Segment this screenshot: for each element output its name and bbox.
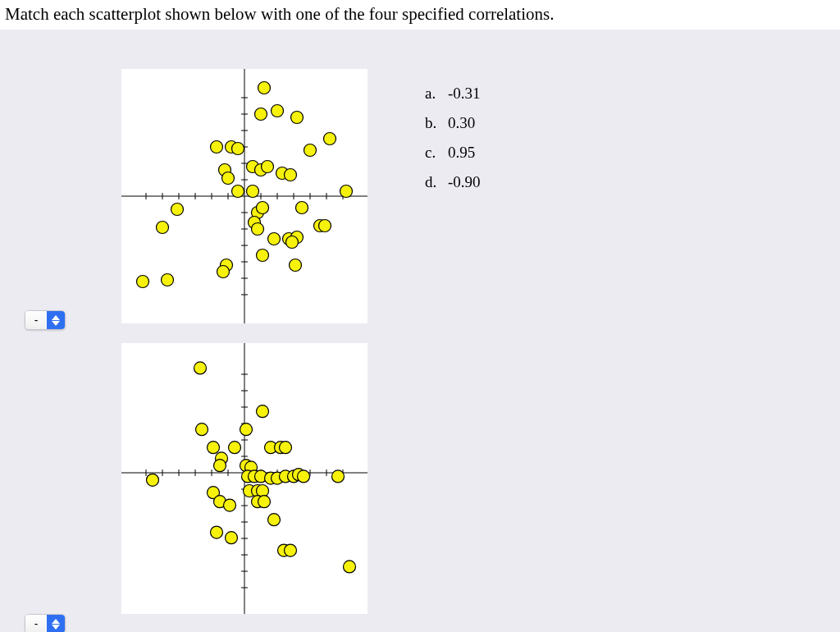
svg-point-99	[280, 442, 292, 454]
svg-point-123	[268, 514, 281, 526]
svg-point-43	[247, 185, 259, 198]
svg-point-124	[211, 526, 223, 538]
answer-options: a. -0.31 b. 0.30 c. 0.95 d. -0.90	[425, 79, 481, 197]
svg-point-53	[319, 220, 331, 232]
scatterplot-2-selector[interactable]: -	[25, 614, 66, 632]
svg-point-31	[211, 141, 223, 153]
svg-point-57	[286, 236, 299, 249]
svg-marker-131	[52, 619, 60, 624]
answer-b-letter: b.	[425, 108, 440, 138]
svg-point-36	[222, 172, 235, 185]
svg-point-27	[255, 108, 267, 121]
answer-a: a. -0.31	[425, 79, 481, 108]
question-text: Match each scatterplot shown below with …	[0, 0, 840, 30]
answer-c-letter: c.	[425, 138, 440, 167]
svg-point-45	[171, 204, 184, 216]
svg-point-122	[258, 496, 271, 508]
answer-d: d. -0.90	[425, 167, 481, 197]
svg-point-42	[232, 185, 244, 198]
answer-a-value: -0.31	[448, 79, 481, 108]
answer-d-letter: d.	[425, 167, 440, 197]
stepper-icon[interactable]	[47, 311, 65, 329]
scatterplot-1	[121, 69, 368, 323]
svg-point-48	[296, 202, 308, 214]
svg-point-58	[257, 250, 269, 262]
content-area: a. -0.31 b. 0.30 c. 0.95 d. -0.90 - -	[0, 30, 840, 632]
svg-point-91	[194, 362, 207, 374]
answer-a-letter: a.	[425, 79, 440, 108]
scatterplot-2-selector-value: -	[25, 615, 47, 632]
svg-point-63	[162, 274, 174, 286]
answer-d-value: -0.90	[448, 167, 481, 197]
svg-point-34	[304, 144, 317, 157]
svg-point-49	[157, 222, 169, 234]
svg-point-93	[196, 424, 208, 436]
svg-point-54	[268, 233, 281, 245]
scatterplot-1-selector-value: -	[25, 311, 47, 329]
svg-point-125	[226, 532, 238, 544]
svg-point-94	[240, 424, 253, 436]
answer-b-value: 0.30	[448, 108, 475, 138]
svg-point-120	[224, 499, 236, 511]
answer-c: c. 0.95	[425, 138, 481, 167]
svg-point-44	[340, 185, 353, 198]
svg-point-59	[290, 259, 302, 272]
svg-point-104	[147, 474, 159, 486]
svg-point-113	[298, 470, 310, 483]
stepper-icon[interactable]	[47, 615, 65, 632]
svg-point-62	[137, 276, 149, 288]
svg-marker-132	[52, 625, 60, 630]
svg-point-114	[332, 470, 345, 483]
svg-point-39	[262, 161, 274, 173]
svg-point-41	[285, 169, 297, 181]
svg-point-47	[257, 202, 269, 214]
answer-c-value: 0.95	[448, 138, 475, 167]
answer-b: b. 0.30	[425, 108, 481, 138]
svg-point-61	[217, 266, 230, 278]
svg-point-92	[257, 405, 269, 418]
svg-point-96	[229, 442, 241, 454]
svg-marker-129	[52, 315, 60, 320]
scatterplot-1-selector[interactable]: -	[25, 310, 66, 330]
svg-point-33	[232, 143, 244, 155]
svg-marker-130	[52, 321, 60, 326]
svg-point-101	[214, 460, 226, 472]
svg-point-128	[344, 561, 356, 573]
scatterplot-2	[121, 343, 368, 614]
svg-point-29	[291, 112, 304, 124]
svg-point-51	[252, 223, 264, 236]
svg-point-30	[324, 133, 336, 145]
svg-point-95	[208, 442, 220, 454]
svg-point-127	[285, 544, 297, 556]
svg-point-26	[258, 82, 271, 94]
svg-point-28	[272, 105, 284, 117]
